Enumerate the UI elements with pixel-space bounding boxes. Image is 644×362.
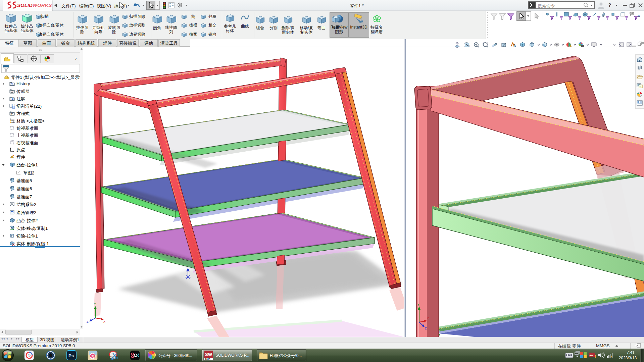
svg-text:SW: SW xyxy=(205,352,212,357)
svg-text:秀: 秀 xyxy=(91,355,94,358)
svg-text:A: A xyxy=(513,44,516,48)
svg-text:SOLIDWORKS: SOLIDWORKS xyxy=(17,2,52,8)
svg-text:!: ! xyxy=(595,354,596,359)
svg-text:!: ! xyxy=(611,355,612,359)
svg-text:Y: Y xyxy=(417,303,419,306)
svg-text:Ps: Ps xyxy=(68,353,74,358)
svg-text:A: A xyxy=(11,98,13,100)
svg-text:Z: Z xyxy=(425,327,427,330)
svg-text:X: X xyxy=(427,317,429,320)
svg-text:Σ: Σ xyxy=(11,113,13,116)
svg-text:Y: Y xyxy=(94,303,96,306)
svg-text:Z: Z xyxy=(87,320,89,323)
svg-text:sw: sw xyxy=(589,354,594,357)
svg-text:X: X xyxy=(103,320,105,323)
svg-text:2019: 2019 xyxy=(205,358,210,360)
